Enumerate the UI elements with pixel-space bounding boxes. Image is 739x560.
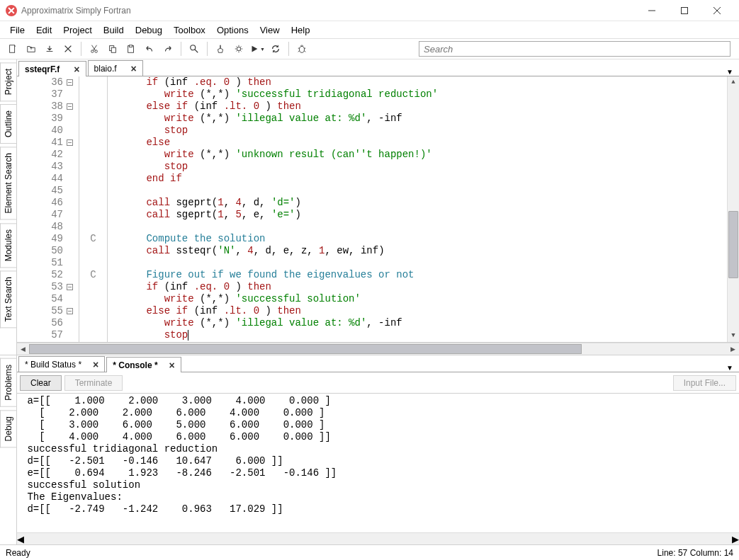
bottom-tab[interactable]: * Console *× — [106, 357, 181, 372]
svg-point-10 — [300, 47, 305, 53]
titlebar: Approximatrix Simply Fortran — [0, 0, 739, 21]
file-tab-label: blaio.f — [94, 64, 117, 74]
delete-icon[interactable] — [60, 40, 77, 57]
menu-debug[interactable]: Debug — [130, 23, 168, 38]
separator — [207, 42, 208, 56]
bottom-tab-label: * Console * — [113, 360, 157, 370]
svg-rect-5 — [111, 47, 115, 52]
code-editor[interactable]: 3637383940414243444546474849505152535455… — [17, 76, 739, 343]
scroll-right-icon[interactable]: ▶ — [732, 534, 739, 544]
scroll-up-icon[interactable]: ▲ — [728, 76, 739, 88]
scrollbar-thumb[interactable] — [728, 211, 738, 278]
refresh-icon[interactable] — [267, 40, 284, 57]
side-tab-text-search[interactable]: Text Search — [0, 270, 16, 328]
bottom-panel: ProblemsDebug * Build Status *×* Console… — [0, 355, 739, 544]
bottom-content: * Build Status *×* Console *×▼ Clear Ter… — [17, 355, 739, 544]
close-button[interactable] — [701, 0, 733, 21]
code-content[interactable]: if (inf .eq. 0 ) then write (*,*) 'succe… — [108, 76, 727, 342]
fold-icon[interactable] — [67, 103, 73, 110]
fold-icon[interactable] — [67, 284, 73, 290]
menu-build[interactable]: Build — [98, 23, 130, 38]
input-file-button[interactable]: Input File... — [673, 375, 736, 391]
file-tab-label: ssteqrF.f — [25, 64, 60, 74]
cursor-position: Line: 57 Column: 14 — [658, 548, 733, 558]
statusbar: Ready Line: 57 Column: 14 — [0, 544, 739, 560]
app-title: Approximatrix Simply Fortran — [21, 6, 636, 16]
status-text: Ready — [6, 548, 30, 558]
search-box[interactable] — [419, 41, 730, 57]
close-icon[interactable]: × — [169, 360, 175, 370]
vertical-scrollbar[interactable]: ▲ ▼ — [727, 76, 739, 342]
side-tab-modules[interactable]: Modules — [0, 223, 16, 268]
find-icon[interactable] — [186, 40, 203, 57]
clean-icon[interactable] — [212, 40, 229, 57]
hscroll-thumb[interactable] — [29, 344, 582, 354]
scroll-left-icon[interactable]: ◀ — [17, 534, 24, 544]
horizontal-scrollbar[interactable]: ◀ ▶ — [17, 343, 739, 355]
cut-icon[interactable] — [86, 40, 103, 57]
code-margin: CC — [79, 76, 108, 342]
menu-options[interactable]: Options — [211, 23, 254, 38]
separator — [81, 42, 81, 56]
scroll-right-icon[interactable]: ▶ — [727, 345, 739, 353]
bottom-tabs: * Build Status *×* Console *×▼ — [17, 355, 739, 372]
file-tab[interactable]: blaio.f× — [88, 60, 143, 76]
bottom-tab[interactable]: * Build Status *× — [18, 356, 105, 372]
close-icon[interactable]: × — [131, 64, 137, 74]
menu-help[interactable]: Help — [286, 23, 316, 38]
editor-area: ssteqrF.f×blaio.f×▼ 36373839404142434445… — [17, 59, 739, 355]
app-icon — [6, 5, 17, 16]
scroll-down-icon[interactable]: ▼ — [728, 330, 739, 342]
save-icon[interactable] — [41, 40, 58, 57]
main-area: ProjectOutlineElement SearchModulesText … — [0, 59, 739, 355]
side-dock-bottom: ProblemsDebug — [0, 355, 17, 544]
svg-rect-0 — [682, 7, 688, 13]
search-input[interactable] — [419, 41, 730, 57]
menu-file[interactable]: File — [4, 23, 30, 38]
console-hscrollbar[interactable]: ◀ ▶ — [17, 532, 739, 544]
new-file-icon[interactable] — [4, 40, 21, 57]
side-tab-problems[interactable]: Problems — [0, 358, 16, 407]
line-number-gutter: 3637383940414243444546474849505152535455… — [17, 76, 79, 342]
console-output[interactable]: a=[[ 1.000 2.000 3.000 4.000 0.000 ] [ 2… — [17, 394, 739, 532]
fold-icon[interactable] — [67, 308, 73, 314]
separator — [181, 42, 181, 56]
maximize-button[interactable] — [668, 0, 701, 21]
open-icon[interactable] — [23, 40, 40, 57]
separator — [288, 42, 289, 56]
minimize-button[interactable] — [636, 0, 668, 21]
svg-rect-7 — [129, 45, 132, 47]
toolbar: ▼ — [0, 38, 739, 59]
close-icon[interactable]: × — [93, 360, 98, 370]
menu-toolbox[interactable]: Toolbox — [168, 23, 211, 38]
paste-icon[interactable] — [123, 40, 140, 57]
text-cursor — [188, 330, 188, 341]
bottom-tab-label: * Build Status * — [25, 360, 81, 370]
scroll-left-icon[interactable]: ◀ — [17, 345, 29, 353]
close-icon[interactable]: × — [74, 64, 79, 74]
side-tab-element-search[interactable]: Element Search — [0, 147, 16, 219]
menu-edit[interactable]: Edit — [30, 23, 57, 38]
menu-project[interactable]: Project — [57, 23, 97, 38]
tabs-overflow-icon[interactable]: ▼ — [721, 68, 739, 76]
fold-icon[interactable] — [67, 79, 73, 86]
side-tab-outline[interactable]: Outline — [0, 104, 16, 144]
bottom-tabs-overflow-icon[interactable]: ▼ — [721, 364, 739, 372]
clear-button[interactable]: Clear — [20, 375, 62, 391]
menu-view[interactable]: View — [254, 23, 286, 38]
hscroll-track[interactable] — [29, 343, 727, 355]
redo-icon[interactable] — [159, 40, 176, 57]
build-icon[interactable] — [230, 40, 247, 57]
file-tab[interactable]: ssteqrF.f× — [18, 61, 86, 76]
svg-point-9 — [237, 47, 240, 50]
undo-icon[interactable] — [141, 40, 158, 57]
debug-icon[interactable] — [293, 40, 310, 57]
console-toolbar: Clear Terminate Input File... — [17, 372, 739, 394]
copy-icon[interactable] — [104, 40, 121, 57]
side-tab-debug[interactable]: Debug — [0, 410, 16, 447]
fold-icon[interactable] — [67, 139, 73, 146]
side-dock-left: ProjectOutlineElement SearchModulesText … — [0, 59, 17, 355]
side-tab-project[interactable]: Project — [0, 62, 16, 101]
run-icon[interactable]: ▼ — [249, 40, 266, 57]
terminate-button[interactable]: Terminate — [64, 375, 123, 391]
